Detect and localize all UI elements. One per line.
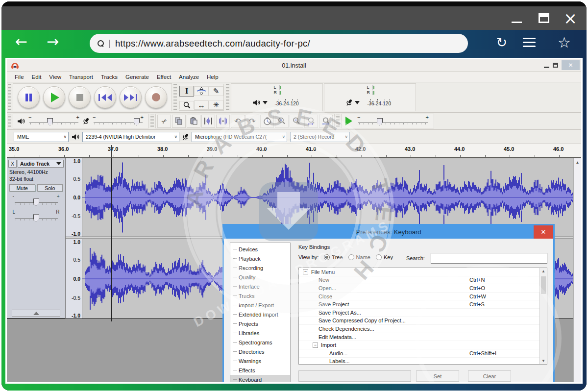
back-button[interactable]: ←	[15, 33, 27, 50]
forward-button[interactable]: →	[47, 33, 59, 50]
track-pan-slider[interactable]: L R	[13, 210, 60, 223]
pause-button[interactable]	[18, 86, 40, 108]
fast-forward-button[interactable]	[120, 86, 142, 108]
category-warnings[interactable]: Warnings	[230, 356, 290, 366]
bookmark-star-button[interactable]: ☆	[558, 34, 571, 51]
toolbar-grip[interactable]	[8, 84, 11, 110]
key-binding-row[interactable]: Save Compressed Copy of Project...	[299, 317, 547, 325]
key-binding-row[interactable]: CloseCtrl+W	[299, 293, 547, 301]
category-interface[interactable]: Interface	[230, 282, 290, 291]
track-close-button[interactable]: X	[8, 160, 17, 168]
window-minimize-button[interactable]	[503, 6, 530, 30]
window-close-button[interactable]: ×	[557, 6, 584, 30]
refresh-button[interactable]: ↻	[496, 35, 507, 50]
key-binding-row[interactable]: −File Menu	[299, 268, 547, 276]
category-projects[interactable]: Projects	[230, 319, 290, 328]
silence-audio-button[interactable]	[216, 115, 230, 128]
category-effects[interactable]: Effects	[230, 366, 290, 375]
audio-host-dropdown[interactable]: MME∨	[14, 132, 69, 142]
menu-effect[interactable]: Effect	[153, 73, 175, 81]
menu-transport[interactable]: Transport	[65, 73, 97, 81]
toolbar-grip[interactable]	[150, 115, 154, 127]
track-collapse-button[interactable]	[12, 310, 60, 317]
multi-tool[interactable]: ✳	[209, 100, 223, 110]
toolbar-grip[interactable]	[336, 115, 340, 127]
solo-button[interactable]: Solo	[37, 184, 63, 192]
collapse-box-icon[interactable]: −	[313, 343, 318, 348]
menu-button[interactable]	[523, 38, 536, 47]
track-name-dropdown[interactable]: Audio Track	[18, 160, 64, 168]
timeline-ruler[interactable]: 35.036.037.038.039.040.041.042.043.044.0…	[7, 144, 581, 158]
key-binding-row[interactable]: Check Dependencies...	[299, 325, 547, 333]
vertical-scale-left-channel[interactable]: 1.00.50.0-0.5-1.0	[66, 158, 82, 237]
record-button[interactable]	[145, 86, 167, 108]
recording-channels-dropdown[interactable]: 2 (Stereo) Record∨	[290, 132, 350, 142]
key-binding-row[interactable]: Save ProjectCtrl+S	[299, 300, 547, 309]
category-spectrograms[interactable]: Spectrograms	[230, 338, 290, 347]
menu-file[interactable]: File	[11, 73, 28, 81]
zoom-out-button[interactable]	[290, 115, 303, 128]
zoom-tool[interactable]	[179, 101, 194, 109]
toolbar-grip[interactable]	[8, 115, 11, 127]
view-by-radio-tree[interactable]: Tree	[324, 254, 343, 260]
dialog-close-button[interactable]: ✕	[534, 225, 553, 239]
category-devices[interactable]: Devices	[230, 245, 290, 254]
scroll-up-arrow-icon[interactable]: ▲	[540, 269, 547, 273]
paste-button[interactable]	[187, 115, 200, 128]
category-libraries[interactable]: Libraries	[230, 328, 290, 338]
play-at-speed-button[interactable]	[345, 117, 352, 125]
category-keyboard[interactable]: Keyboard	[230, 375, 290, 384]
output-volume-slider[interactable]: −+	[27, 115, 80, 127]
redo-button[interactable]: ↷	[245, 115, 259, 128]
menu-view[interactable]: View	[45, 73, 65, 81]
audacity-minimize-button[interactable]	[544, 67, 549, 68]
menu-edit[interactable]: Edit	[28, 73, 46, 81]
vertical-scale-right-channel[interactable]: 1.00.50.0-0.5-1.0	[66, 239, 82, 318]
vertical-scrollbar[interactable]: ▲	[573, 158, 581, 382]
draw-tool[interactable]: ✎	[209, 86, 223, 96]
key-binding-row[interactable]: Audio...Ctrl+Shift+I	[299, 349, 547, 358]
trim-audio-button[interactable]	[201, 115, 215, 128]
key-binding-row[interactable]: Open...Ctrl+O	[299, 284, 547, 293]
copy-button[interactable]	[172, 115, 186, 128]
category-import-export[interactable]: Import / Export	[230, 300, 290, 310]
menu-tracks[interactable]: Tracks	[97, 73, 122, 81]
dialog-titlebar[interactable]: Preferences: Keyboard ✕	[224, 225, 553, 239]
clear-button[interactable]: Clear	[468, 370, 511, 382]
set-button[interactable]: Set	[416, 370, 459, 382]
recording-device-dropdown[interactable]: Microphone (HD Webcam C27(∨	[192, 132, 287, 142]
stop-button[interactable]	[69, 86, 91, 108]
scroll-thumb[interactable]	[541, 276, 546, 294]
audacity-close-button[interactable]: ✕	[562, 60, 580, 70]
category-directories[interactable]: Directories	[230, 347, 290, 356]
recording-meter[interactable]: LR -36-24-120	[324, 83, 416, 111]
track-gain-slider[interactable]: - +	[13, 195, 60, 207]
playback-speed-slider[interactable]: −+	[356, 115, 430, 127]
scroll-up-arrow-icon[interactable]: ▲	[574, 158, 581, 166]
cut-button[interactable]: ✂	[157, 115, 171, 128]
key-binding-row[interactable]: Edit Metadata...	[299, 333, 547, 342]
menu-generate[interactable]: Generate	[122, 73, 153, 81]
toolbar-grip[interactable]	[226, 84, 229, 110]
play-button[interactable]	[43, 86, 65, 108]
key-binding-row[interactable]: Save Project As...	[299, 309, 547, 317]
rewind-button[interactable]	[94, 86, 116, 108]
undo-button[interactable]: ↶	[231, 115, 245, 128]
tree-scrollbar[interactable]: ▲▼	[539, 268, 547, 364]
collapse-box-icon[interactable]: −	[303, 269, 308, 274]
audacity-maximize-button[interactable]	[553, 63, 558, 68]
playback-meter[interactable]: LR -36-24-120	[231, 83, 323, 111]
timer-record-button[interactable]	[260, 115, 274, 128]
fit-selection-button[interactable]	[304, 115, 318, 128]
menu-analyze[interactable]: Analyze	[175, 73, 203, 81]
view-by-radio-key[interactable]: Key	[376, 254, 393, 260]
playback-device-dropdown[interactable]: 2239-4 (NVIDIA High Definitior∨	[82, 132, 179, 142]
key-binding-row[interactable]: −Import	[299, 341, 547, 349]
mute-button[interactable]: Mute	[9, 184, 35, 192]
menu-help[interactable]: Help	[203, 73, 222, 81]
key-binding-row[interactable]: Labels...	[299, 358, 547, 365]
selection-tool[interactable]: I	[179, 86, 194, 97]
toolbar-grip[interactable]	[173, 84, 177, 110]
time-shift-tool[interactable]: ↔	[194, 100, 209, 110]
search-input[interactable]	[431, 253, 547, 264]
